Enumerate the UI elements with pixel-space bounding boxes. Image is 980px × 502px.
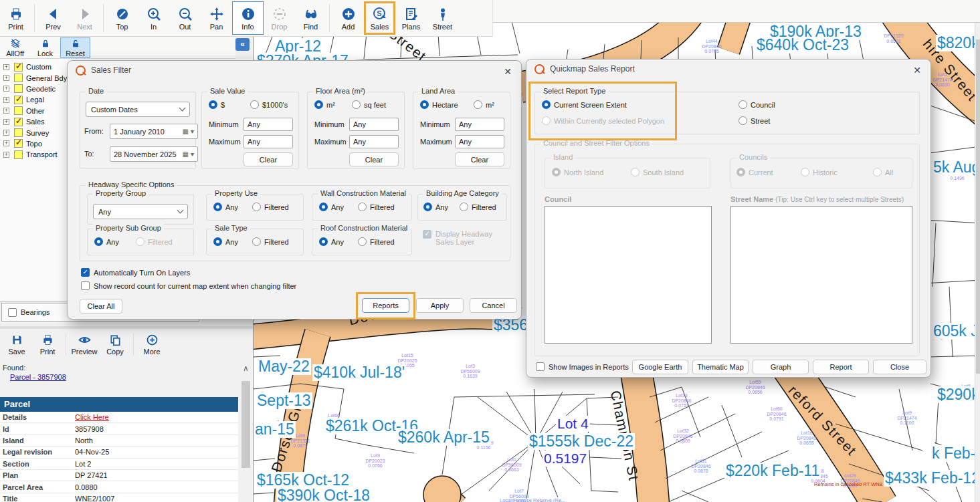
copy-button[interactable]: Copy [100,330,130,359]
expand-icon[interactable]: + [3,64,9,70]
sale-type-any-radio[interactable]: Any [213,237,238,246]
layer-checkbox[interactable] [14,63,23,72]
plans-button[interactable]: Plans [395,1,427,35]
clear-all-button[interactable]: Clear All [80,299,122,313]
date-preset-dropdown[interactable]: Custom Dates [86,102,190,117]
sales-button[interactable]: SSales [364,1,395,35]
street-listbox[interactable] [730,206,912,344]
floor-area-m2-radio[interactable]: m² [314,100,335,109]
land-area-min-input[interactable]: Any [455,118,504,131]
floor-area-clear-button[interactable]: Clear [349,152,399,166]
expand-icon[interactable]: + [3,108,9,114]
building-age-any-radio[interactable]: Any [423,203,448,211]
land-area-clear-button[interactable]: Clear [455,152,504,166]
floor-area-sqfeet-radio[interactable]: sq feet [352,100,386,109]
sale-type-filtered-radio[interactable]: Filtered [252,237,289,246]
info-button[interactable]: Info [232,1,264,35]
land-area-hectare-radio[interactable]: Hectare [420,100,458,109]
details-link[interactable]: Click Here [75,413,109,421]
street-report-radio[interactable]: Street [739,116,770,125]
floor-area-max-input[interactable]: Any [349,135,399,148]
dropdown-arrow-icon[interactable]: ▾ [191,128,194,135]
property-use-any-radio[interactable]: Any [213,203,238,211]
find-button[interactable]: Find [295,1,326,35]
cancel-button[interactable]: Cancel [470,298,517,313]
land-area-m2-radio[interactable]: m² [474,100,494,109]
building-age-filtered-radio[interactable]: Filtered [460,203,496,211]
sale-value-min-input[interactable]: Any [243,118,293,131]
map-vertical-scrollbar[interactable] [975,23,980,502]
graph-button[interactable]: Graph [753,360,809,374]
add-button[interactable]: Add [332,1,364,35]
detail-scrollbar[interactable]: ∧ [240,364,252,502]
auto-layers-check-icon[interactable] [81,268,90,277]
sale-value-max-input[interactable]: Any [243,135,293,148]
property-group-dropdown[interactable]: Any [93,204,188,219]
roof-any-radio[interactable]: Any [319,237,344,246]
layer-checkbox[interactable] [14,118,23,126]
google-earth-button[interactable]: Google Earth [632,360,688,374]
wall-filtered-radio[interactable]: Filtered [358,203,395,211]
prev-button[interactable]: Prev [37,1,69,35]
council-report-radio[interactable]: Council [739,100,775,109]
dropdown-arrow-icon[interactable]: ▾ [191,150,194,158]
record-count-row[interactable]: Show record count for current map extent… [81,281,296,290]
auto-layers-row[interactable]: Automatically Turn On Layers [81,268,190,277]
expand-icon[interactable]: + [3,86,9,92]
wall-any-radio[interactable]: Any [319,203,344,211]
report-button[interactable]: Report [813,360,869,374]
print-button[interactable]: Print [32,330,63,359]
in-button[interactable]: In [138,1,169,35]
top-button[interactable]: Top [106,1,138,35]
roof-filtered-radio[interactable]: Filtered [358,237,395,246]
street-button[interactable]: Street [427,1,458,35]
save-button[interactable]: Save [1,330,32,359]
pan-button[interactable]: Pan [201,1,232,35]
sale-value-clear-button[interactable]: Clear [243,152,293,166]
collapse-panel-button[interactable]: « [235,38,250,51]
date-from-field[interactable]: 1 January 2010 ▦▾ [110,124,198,139]
expand-icon[interactable]: + [3,75,9,81]
calendar-icon[interactable]: ▦ [183,150,189,158]
close-icon[interactable]: ✕ [504,66,512,77]
property-use-filtered-radio[interactable]: Filtered [252,203,289,211]
out-button[interactable]: Out [169,1,201,35]
bearings-checkbox[interactable] [8,308,17,317]
sale-value-thousands-radio[interactable]: $1000's [250,100,288,109]
current-screen-extent-radio[interactable]: Current Screen Extent [542,100,627,109]
date-to-field[interactable]: 28 November 2025 ▦▾ [110,146,198,162]
apply-button[interactable]: Apply [416,298,464,313]
land-area-max-input[interactable]: Any [455,135,504,148]
reset-button[interactable]: Reset [60,37,90,58]
sales-report-titlebar[interactable]: Quickmap Sales Report [526,59,930,78]
show-images-checkbox[interactable] [536,362,545,371]
calendar-icon[interactable]: ▦ [183,128,189,135]
expand-icon[interactable]: + [3,152,9,158]
close-icon[interactable]: ✕ [913,65,921,76]
layer-checkbox[interactable] [14,106,23,115]
map-scrollbar-thumb[interactable] [976,39,980,374]
expand-icon[interactable]: + [3,130,9,136]
expand-icon[interactable]: + [3,119,9,125]
expand-icon[interactable]: + [3,140,9,146]
lock-button[interactable]: Lock [30,37,60,58]
layer-checkbox[interactable] [14,96,23,104]
sale-value-dollars-radio[interactable]: $ [209,100,225,109]
reports-button[interactable]: Reports [362,298,409,313]
layer-checkbox[interactable] [14,139,23,148]
more-button[interactable]: More [136,330,167,359]
thematic-map-button[interactable]: Thematic Map [692,360,749,374]
print-button[interactable]: Print [0,1,31,35]
layer-checkbox[interactable] [14,74,23,82]
show-images-row[interactable]: Show Images in Reports [536,362,629,371]
close-button[interactable]: Close [873,360,926,374]
found-parcel-link[interactable]: Parcel - 3857908 [10,373,66,381]
property-sub-group-any-radio[interactable]: Any [94,237,119,246]
alloff-button[interactable]: AllOff [0,37,30,58]
layer-checkbox[interactable] [14,150,23,159]
record-count-checkbox[interactable] [81,281,90,290]
expand-icon[interactable]: + [3,97,9,103]
layer-checkbox[interactable] [14,128,23,137]
floor-area-min-input[interactable]: Any [349,118,399,131]
council-listbox[interactable] [545,206,712,344]
